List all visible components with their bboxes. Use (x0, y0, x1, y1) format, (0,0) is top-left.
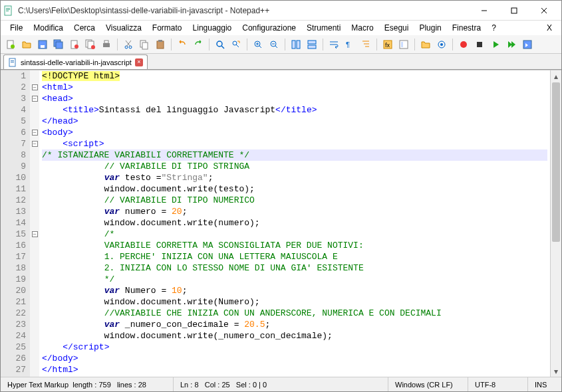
open-file-icon[interactable] (19, 37, 34, 52)
folder-icon[interactable] (418, 37, 433, 52)
menu-macro[interactable]: Macro (346, 22, 378, 34)
document-tab[interactable]: sintassi-delle-variabili-in-javascript × (3, 54, 148, 69)
code-line[interactable]: <!DOCTYPE html> (42, 70, 547, 82)
menu-formato[interactable]: Formato (147, 22, 188, 34)
code-line[interactable]: // VARIABILE DI TIPO NUMERICO (42, 195, 547, 206)
code-line[interactable]: var numero = 20; (42, 206, 547, 217)
code-line[interactable]: </body> (42, 353, 547, 364)
menu-plugin[interactable]: Plugin (414, 22, 446, 34)
find-icon[interactable] (213, 37, 227, 52)
code-line[interactable]: <body> (42, 127, 547, 138)
code-line[interactable]: // VARIABILE DI TIPO STRINGA (42, 161, 547, 172)
close-icon[interactable] (67, 37, 82, 52)
record-icon[interactable] (456, 37, 471, 52)
fold-marker[interactable]: − (30, 93, 39, 104)
code-line[interactable]: //VARIABILE CHE INIZIA CON UN ANDERSCORE… (42, 308, 547, 319)
menu-strumenti[interactable]: Strumenti (301, 22, 346, 34)
status-position: Ln : 8 Col : 25 Sel : 0 | 0 (174, 377, 388, 391)
save-all-icon[interactable] (51, 37, 66, 52)
allchars-icon[interactable]: ¶ (343, 37, 357, 52)
line-number: 21 (1, 296, 26, 308)
save-icon[interactable] (35, 37, 50, 52)
line-number: 11 (1, 183, 26, 195)
close-window-button[interactable] (529, 1, 559, 20)
scrollbar-thumb[interactable] (552, 82, 560, 242)
code-line[interactable]: VARIABILE CORRETTA MA SCONSIGLIATA PER D… (42, 240, 547, 251)
zoom-out-icon[interactable] (267, 37, 281, 52)
code-line[interactable]: </html> (42, 364, 547, 375)
stop-icon[interactable] (472, 37, 487, 52)
close-all-icon[interactable] (83, 37, 98, 52)
scroll-up-arrow[interactable]: ▴ (551, 70, 561, 82)
play-multi-icon[interactable] (504, 37, 519, 52)
code-line[interactable]: </script> (42, 342, 547, 353)
svg-rect-39 (292, 41, 295, 49)
code-line[interactable]: /* (42, 229, 547, 240)
lang-icon[interactable]: fx (380, 37, 395, 52)
code-line[interactable]: */ (42, 274, 547, 285)
play-icon[interactable] (488, 37, 503, 52)
fold-marker[interactable]: − (30, 138, 39, 149)
code-line[interactable]: window.document.write(numero); (42, 217, 547, 229)
menu-linguaggio[interactable]: Linguaggio (188, 22, 237, 34)
code-line[interactable]: var Numero = 10; (42, 285, 547, 296)
redo-icon[interactable] (191, 37, 206, 52)
paste-icon[interactable] (153, 37, 168, 52)
vertical-scrollbar[interactable]: ▴ ▾ (550, 70, 561, 377)
tab-close-button[interactable]: × (135, 58, 143, 66)
svg-rect-54 (477, 42, 482, 47)
sync-v-icon[interactable] (289, 37, 303, 52)
line-number: 23 (1, 319, 26, 330)
code-line[interactable]: window.document.write(testo); (42, 183, 547, 195)
cut-icon[interactable] (121, 37, 136, 52)
new-file-icon[interactable] (3, 37, 18, 52)
code-line[interactable]: <head> (42, 93, 547, 104)
menu-configurazione[interactable]: Configurazione (237, 22, 301, 34)
maximize-button[interactable] (499, 1, 529, 20)
code-line[interactable]: var _numero_con_decimale = 20.5; (42, 319, 547, 330)
line-number: 20 (1, 285, 26, 296)
menu-modifica[interactable]: Modifica (28, 22, 69, 34)
menu-file[interactable]: File (5, 22, 28, 34)
code-line[interactable]: <html> (42, 82, 547, 93)
app-icon (3, 5, 14, 16)
svg-rect-27 (157, 41, 164, 49)
sync-h-icon[interactable] (305, 37, 319, 52)
copy-icon[interactable] (137, 37, 152, 52)
code-line[interactable]: window.document.write(_numero_con_decima… (42, 330, 547, 342)
save-macro-icon[interactable] (520, 37, 535, 52)
fold-marker[interactable]: − (30, 82, 39, 93)
menu-help[interactable]: ? (486, 22, 501, 34)
menu-finestra[interactable]: Finestra (447, 22, 486, 34)
fold-marker (30, 70, 39, 82)
code-area[interactable]: <!DOCTYPE html><html><head> <title>Sinta… (39, 70, 550, 377)
code-line[interactable]: </head> (42, 116, 547, 127)
undo-icon[interactable] (175, 37, 190, 52)
replace-icon[interactable] (229, 37, 243, 52)
minimize-button[interactable] (469, 1, 499, 20)
code-line[interactable]: window.document.write(Numero); (42, 296, 547, 308)
menu-visualizza[interactable]: Visualizza (100, 22, 147, 34)
menu-close-doc[interactable]: X (541, 22, 557, 34)
code-line[interactable]: <script> (42, 138, 547, 149)
fold-marker[interactable]: − (30, 229, 39, 240)
fold-marker (30, 116, 39, 127)
wordwrap-icon[interactable] (327, 37, 341, 52)
code-line[interactable]: var testo ="Stringa"; (42, 172, 547, 183)
indent-guide-icon[interactable] (358, 37, 373, 52)
code-line[interactable]: <title>Sintassi del linguaggio Javascrip… (42, 104, 547, 116)
fold-marker[interactable]: − (30, 127, 39, 138)
doc-map-icon[interactable] (396, 37, 411, 52)
print-icon[interactable] (99, 37, 114, 52)
code-line[interactable]: /* ISTANZIARE VARIABILI CORRETTAMENTE */ (42, 149, 547, 161)
menu-cerca[interactable]: Cerca (69, 22, 100, 34)
fold-marker (30, 319, 39, 330)
menu-esegui[interactable]: Esegui (379, 22, 414, 34)
scroll-down-arrow[interactable]: ▾ (551, 365, 561, 377)
editor: 1234567891011121314151617181920212223242… (1, 70, 561, 377)
code-line[interactable]: 2. INIZIA CON LO STESSO NOME DI UNA GIA'… (42, 262, 547, 274)
code-line[interactable]: 1. PERCHE' INIZIA CON UNA LETTERA MAIUSC… (42, 251, 547, 262)
menubar: File Modifica Cerca Visualizza Formato L… (1, 21, 561, 35)
zoom-in-icon[interactable] (251, 37, 265, 52)
monitor-icon[interactable] (434, 37, 449, 52)
